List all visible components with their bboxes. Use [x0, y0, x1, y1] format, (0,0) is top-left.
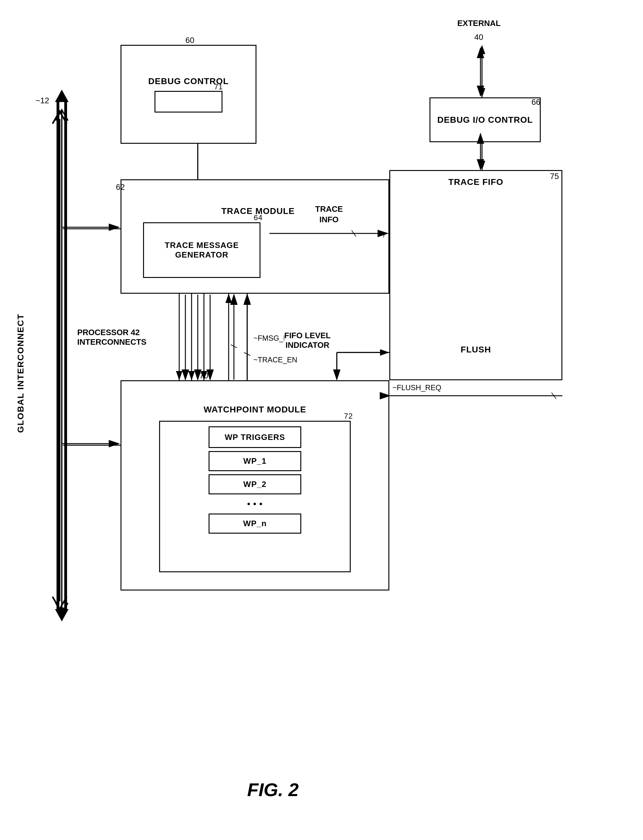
trace-info-tick: / — [383, 231, 385, 239]
flush-req-label: ~FLUSH_REQ — [392, 383, 441, 392]
trace-message-generator-label: TRACE MESSAGE GENERATOR — [144, 240, 259, 260]
ref-60: 60 — [185, 36, 194, 45]
external-label: EXTERNAL — [457, 18, 501, 28]
svg-line-43 — [552, 393, 556, 399]
debug-io-control-label: DEBUG I/O CONTROL — [437, 115, 533, 125]
wp1-box: WP_1 — [209, 451, 301, 471]
flush-label: FLUSH — [390, 345, 561, 355]
debug-control-box: DEBUG CONTROL 71 — [121, 45, 256, 144]
svg-line-39 — [244, 353, 250, 356]
wp2-box: WP_2 — [209, 474, 301, 494]
fifo-level-indicator-label: FIFO LEVELINDICATOR — [284, 331, 331, 350]
svg-rect-7 — [59, 102, 64, 608]
trace-message-generator-box: TRACE MESSAGE GENERATOR 64 — [143, 222, 261, 278]
svg-line-37 — [231, 345, 237, 348]
ref-72: 72 — [344, 412, 353, 420]
trace-info-label: TRACEINFO — [315, 204, 343, 225]
svg-marker-4 — [55, 90, 69, 102]
ref-75: 75 — [550, 172, 559, 181]
wp-triggers-label: WP TRIGGERS — [225, 433, 285, 442]
wp-dots: • • • — [247, 497, 263, 510]
ref-71: 71 — [214, 83, 223, 91]
ref-40: 40 — [474, 33, 483, 42]
watchpoint-module-box: WATCHPOINT MODULE 72 WP TRIGGERS WP_1 WP… — [121, 380, 389, 590]
diagram-container: ~12 GLOBAL INTERCONNECT DEBUG CONTROL 71… — [0, 0, 643, 840]
trace-module-box: TRACE MODULE TRACE MESSAGE GENERATOR 64 — [121, 179, 389, 294]
svg-marker-5 — [55, 609, 69, 621]
wpn-box: WP_n — [209, 513, 301, 534]
svg-rect-6 — [57, 100, 67, 609]
fig-label: FIG. 2 — [247, 779, 299, 801]
wp-inner-box: 72 WP TRIGGERS WP_1 WP_2 • • • WP_n — [159, 421, 351, 572]
trace-en-label: ~TRACE_EN — [253, 356, 297, 364]
trace-fifo-label: TRACE FIFO — [448, 177, 503, 187]
trace-fifo-box: TRACE FIFO FLUSH — [389, 170, 562, 380]
ref-12: ~12 — [36, 96, 49, 105]
wp1-label: WP_1 — [243, 456, 267, 466]
wpn-label: WP_n — [243, 519, 267, 528]
wp2-label: WP_2 — [243, 479, 267, 489]
debug-io-control-box: DEBUG I/O CONTROL — [429, 97, 541, 142]
processor-interconnects-label: PROCESSOR 42INTERCONNECTS — [77, 328, 147, 347]
ref-62: 62 — [116, 182, 125, 192]
global-interconnect-label: GLOBAL INTERCONNECT — [15, 216, 26, 433]
ref-70: 70 — [199, 371, 208, 381]
ref-64: 64 — [254, 213, 263, 222]
watchpoint-module-label: WATCHPOINT MODULE — [204, 405, 306, 415]
ref-66: 66 — [532, 97, 540, 107]
wp-triggers-box: WP TRIGGERS — [209, 427, 301, 448]
